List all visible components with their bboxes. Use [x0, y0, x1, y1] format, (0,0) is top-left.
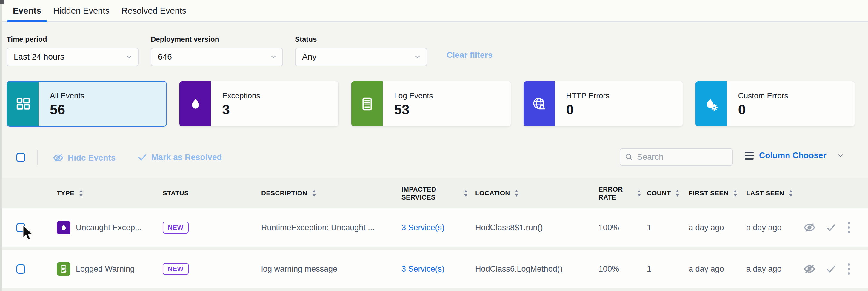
screen-left-edge: [0, 0, 2, 291]
card-log-events-count: 53: [394, 103, 433, 116]
column-header-location[interactable]: LOCATION: [470, 189, 594, 197]
search-box: [620, 148, 733, 166]
log-warning-icon: [59, 265, 68, 273]
card-custom-errors-label: Custom Errors: [738, 91, 788, 100]
filter-deployment-version: Deployment version 646: [151, 35, 283, 66]
tab-resolved-events-label: Resolved Events: [122, 6, 187, 16]
sort-arrows-icon: [312, 189, 317, 197]
event-type-label: Uncaught Excep...: [76, 223, 142, 232]
clear-filters-link[interactable]: Clear filters: [446, 50, 493, 60]
row-menu-kebab-icon[interactable]: [848, 222, 850, 233]
card-http-errors[interactable]: HTTP Errors 0: [523, 81, 683, 126]
search-input[interactable]: [637, 152, 723, 162]
event-count: 1: [643, 223, 684, 232]
filter-time-period: Time period Last 24 hours: [6, 35, 139, 66]
column-header-count[interactable]: COUNT: [643, 189, 684, 197]
card-all-events-label: All Events: [50, 91, 85, 100]
chevron-down-icon: [837, 152, 844, 159]
tab-resolved-events[interactable]: Resolved Events: [116, 0, 192, 22]
event-last-seen: a day ago: [740, 223, 794, 232]
card-custom-errors[interactable]: Custom Errors 0: [695, 81, 855, 126]
sort-arrows-icon: [637, 189, 642, 197]
eye-slash-icon: [52, 152, 64, 164]
resolve-event-icon[interactable]: [825, 222, 837, 233]
event-location: HodClass8$1.run(): [470, 223, 594, 232]
summary-cards: All Events 56 Exceptions 3: [6, 81, 855, 126]
mark-as-resolved-button[interactable]: Mark as Resolved: [137, 152, 222, 162]
sort-arrows-icon: [675, 189, 680, 197]
impacted-services-link[interactable]: 3 Service(s): [401, 223, 444, 232]
event-location: HodClass6.LogMethod(): [470, 264, 594, 274]
time-period-label: Time period: [6, 35, 139, 43]
row-checkbox[interactable]: [17, 223, 25, 232]
screen-corner-artifact: [0, 0, 4, 4]
card-all-events[interactable]: All Events 56: [6, 81, 167, 126]
hide-events-label: Hide Events: [68, 153, 116, 162]
table-row: Logged Warning NEW log warning message 3…: [0, 250, 868, 288]
deployment-version-value: 646: [158, 52, 172, 62]
column-header-description[interactable]: DESCRIPTION: [255, 189, 394, 197]
card-log-events[interactable]: Log Events 53: [351, 81, 511, 126]
check-icon: [137, 152, 148, 162]
row-menu-kebab-icon[interactable]: [848, 263, 850, 275]
column-header-impacted-services[interactable]: IMPACTED SERVICES: [394, 185, 470, 202]
event-first-seen: a day ago: [684, 223, 740, 232]
event-count: 1: [643, 264, 684, 274]
hide-events-button[interactable]: Hide Events: [52, 152, 116, 164]
impacted-services-link[interactable]: 3 Service(s): [401, 264, 444, 274]
flame-gear-icon: [704, 97, 718, 111]
column-header-status[interactable]: STATUS: [151, 189, 255, 197]
event-description: log warning message: [255, 264, 394, 274]
tab-events[interactable]: Events: [7, 0, 47, 22]
tab-events-label: Events: [13, 6, 41, 16]
table-header-row: TYPE STATUS DESCRIPTION IMPACTED SERVICE…: [0, 178, 868, 209]
status-badge: NEW: [163, 222, 189, 233]
card-http-errors-label: HTTP Errors: [566, 91, 610, 100]
filters-row: Time period Last 24 hours Deployment ver…: [6, 35, 493, 66]
column-header-last-seen[interactable]: LAST SEEN: [740, 189, 794, 197]
grid-icon: [15, 96, 31, 112]
hide-event-icon[interactable]: [803, 221, 816, 234]
card-http-errors-count: 0: [566, 103, 610, 116]
select-all-checkbox[interactable]: [17, 153, 25, 162]
column-header-type[interactable]: TYPE: [45, 189, 151, 197]
gear-icon: [711, 104, 717, 110]
hide-event-icon[interactable]: [803, 262, 816, 276]
card-custom-errors-count: 0: [738, 103, 788, 116]
toolbar-divider: [37, 150, 38, 165]
card-exceptions[interactable]: Exceptions 3: [179, 81, 339, 126]
search-icon: [624, 152, 633, 161]
tab-hidden-events[interactable]: Hidden Events: [47, 0, 116, 22]
log-document-icon: [360, 97, 375, 111]
tab-bar: Events Hidden Events Resolved Events: [0, 0, 868, 22]
card-all-events-count: 56: [50, 103, 85, 116]
sort-arrows-icon: [733, 189, 738, 197]
resolve-event-icon[interactable]: [825, 263, 837, 275]
row-checkbox[interactable]: [17, 264, 25, 274]
status-select[interactable]: Any: [295, 48, 427, 66]
status-badge: NEW: [163, 263, 189, 275]
event-type-label: Logged Warning: [76, 264, 135, 274]
time-period-value: Last 24 hours: [14, 52, 64, 62]
time-period-select[interactable]: Last 24 hours: [6, 48, 139, 66]
chevron-down-icon: [126, 53, 133, 61]
column-header-error-rate[interactable]: ERROR RATE: [594, 185, 643, 202]
table-row: Uncaught Excep... NEW RuntimeException: …: [0, 209, 868, 247]
event-error-rate: 100%: [594, 264, 643, 274]
active-tab-underline: [7, 20, 47, 22]
deployment-version-label: Deployment version: [151, 35, 283, 43]
event-first-seen: a day ago: [684, 264, 740, 274]
column-chooser-button[interactable]: Column Chooser: [745, 151, 844, 160]
event-last-seen: a day ago: [740, 264, 794, 274]
hamburger-icon: [745, 152, 754, 160]
sort-arrows-icon: [514, 189, 519, 197]
card-exceptions-label: Exceptions: [222, 91, 260, 100]
eye-slash-icon: [803, 262, 816, 276]
chevron-down-icon: [414, 53, 421, 61]
column-header-first-seen[interactable]: FIRST SEEN: [684, 189, 740, 197]
mark-as-resolved-label: Mark as Resolved: [151, 152, 222, 162]
deployment-version-select[interactable]: 646: [151, 48, 283, 66]
chevron-down-icon: [270, 53, 277, 61]
check-icon: [825, 263, 837, 275]
sort-arrows-icon: [79, 189, 84, 197]
